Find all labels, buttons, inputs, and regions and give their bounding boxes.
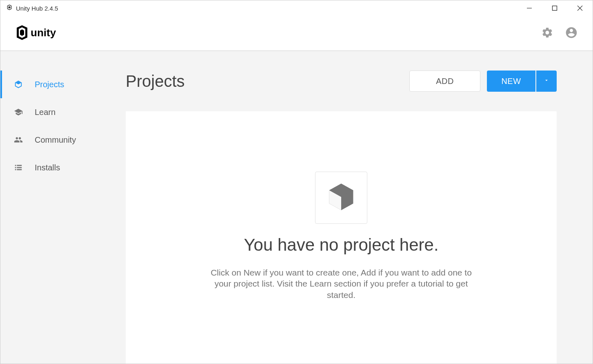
add-button[interactable]: ADD: [409, 71, 480, 92]
new-button-group: NEW: [487, 71, 557, 92]
app-header: unity: [0, 16, 593, 51]
sidebar-item-projects[interactable]: Projects: [0, 71, 126, 98]
content-panel: You have no project here. Click on New i…: [126, 111, 557, 364]
empty-state-icon-box: [315, 172, 367, 224]
main-header: Projects ADD NEW: [126, 71, 557, 92]
sidebar-item-label: Learn: [35, 108, 56, 117]
titlebar-left: Unity Hub 2.4.5: [6, 4, 58, 12]
graduation-cap-icon: [13, 107, 23, 117]
new-button-label: NEW: [501, 77, 521, 86]
minimize-button[interactable]: [517, 0, 542, 16]
account-icon[interactable]: [565, 26, 578, 41]
sidebar: Projects Learn Community Installs: [0, 51, 126, 364]
window-title: Unity Hub 2.4.5: [16, 5, 58, 12]
svg-rect-1: [553, 6, 557, 11]
empty-state-description: Click on New if you want to create one, …: [211, 267, 472, 300]
sidebar-item-community[interactable]: Community: [0, 126, 126, 154]
svg-text:unity: unity: [31, 26, 56, 39]
sidebar-item-label: Installs: [35, 163, 60, 172]
sidebar-item-label: Projects: [35, 80, 64, 89]
chevron-down-icon: [544, 77, 549, 85]
people-icon: [13, 135, 23, 145]
titlebar: Unity Hub 2.4.5: [0, 0, 593, 16]
sidebar-item-installs[interactable]: Installs: [0, 154, 126, 181]
unity-small-icon: [6, 4, 13, 12]
maximize-button[interactable]: [542, 0, 567, 16]
cube-icon: [13, 79, 23, 89]
list-icon: [13, 163, 23, 172]
close-button[interactable]: [567, 0, 593, 16]
unity-logo: unity: [15, 24, 64, 43]
empty-state-heading: You have no project here.: [244, 235, 438, 255]
app-body: Projects Learn Community Installs Projec…: [0, 51, 593, 364]
action-buttons: ADD NEW: [409, 71, 557, 92]
sidebar-item-label: Community: [35, 135, 76, 145]
new-button[interactable]: NEW: [487, 71, 535, 92]
add-button-label: ADD: [436, 77, 454, 86]
main: Projects ADD NEW: [126, 51, 593, 364]
cube-large-icon: [325, 181, 357, 214]
gear-icon[interactable]: [541, 26, 553, 40]
window-controls: [517, 0, 593, 16]
page-title: Projects: [126, 72, 185, 90]
header-right: [541, 26, 578, 41]
new-dropdown-button[interactable]: [536, 71, 557, 92]
sidebar-item-learn[interactable]: Learn: [0, 98, 126, 126]
